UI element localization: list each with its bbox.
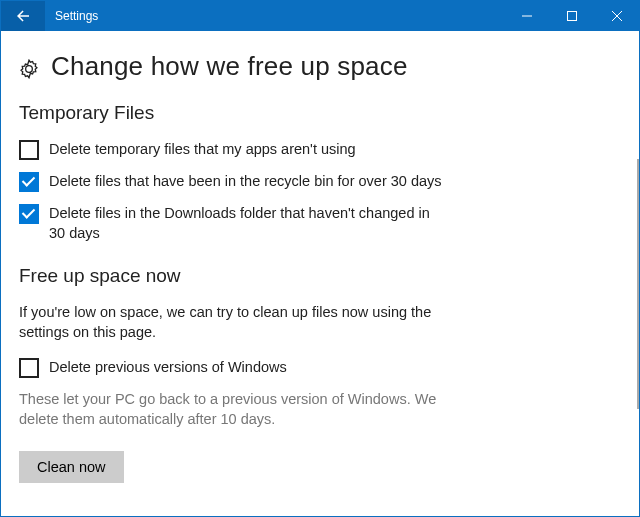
- back-button[interactable]: [1, 1, 45, 31]
- page-title: Change how we free up space: [51, 51, 408, 82]
- freeup-description: If you're low on space, we can try to cl…: [19, 303, 449, 342]
- minimize-button[interactable]: [504, 1, 549, 31]
- window-controls: [504, 1, 639, 31]
- close-button[interactable]: [594, 1, 639, 31]
- gear-icon: [19, 59, 39, 79]
- back-arrow-icon: [14, 7, 32, 25]
- checkbox[interactable]: [19, 358, 39, 378]
- option-recycle-bin[interactable]: Delete files that have been in the recyc…: [19, 172, 449, 192]
- section-heading-temp: Temporary Files: [19, 102, 611, 124]
- clean-now-button[interactable]: Clean now: [19, 451, 124, 483]
- option-temp-files[interactable]: Delete temporary files that my apps aren…: [19, 140, 449, 160]
- svg-rect-0: [567, 12, 576, 21]
- option-label: Delete previous versions of Windows: [49, 358, 287, 378]
- minimize-icon: [522, 11, 532, 21]
- option-label: Delete files in the Downloads folder tha…: [49, 204, 449, 243]
- maximize-icon: [567, 11, 577, 21]
- page-header: Change how we free up space: [19, 51, 611, 82]
- titlebar: Settings: [1, 1, 639, 31]
- option-previous-windows[interactable]: Delete previous versions of Windows: [19, 358, 449, 378]
- option-downloads[interactable]: Delete files in the Downloads folder tha…: [19, 204, 449, 243]
- checkbox[interactable]: [19, 204, 39, 224]
- section-heading-freeup: Free up space now: [19, 265, 611, 287]
- close-icon: [612, 11, 622, 21]
- freeup-hint: These let your PC go back to a previous …: [19, 390, 449, 429]
- scrollbar[interactable]: [637, 159, 639, 409]
- checkbox[interactable]: [19, 172, 39, 192]
- option-label: Delete temporary files that my apps aren…: [49, 140, 356, 160]
- option-label: Delete files that have been in the recyc…: [49, 172, 442, 192]
- window-title: Settings: [45, 1, 504, 31]
- content-area: Change how we free up space Temporary Fi…: [1, 31, 639, 516]
- checkbox[interactable]: [19, 140, 39, 160]
- maximize-button[interactable]: [549, 1, 594, 31]
